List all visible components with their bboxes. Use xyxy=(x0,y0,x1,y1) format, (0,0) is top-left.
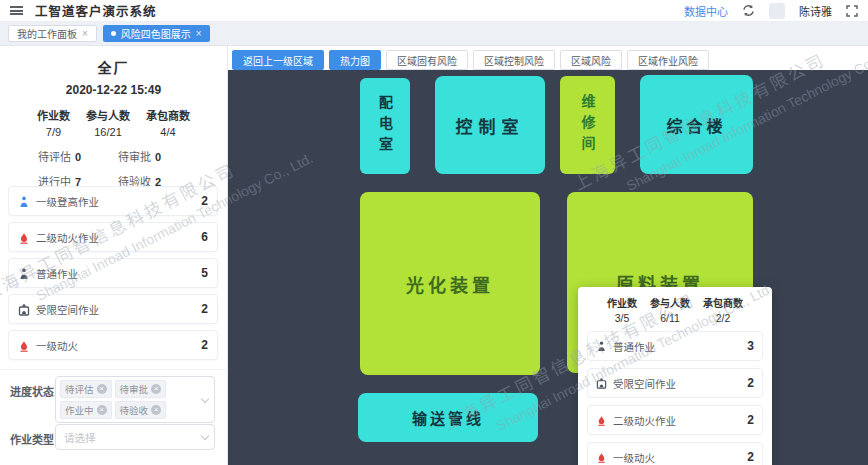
avatar[interactable] xyxy=(769,3,785,19)
chevron-down-icon xyxy=(201,394,209,402)
status-label: 待评估 xyxy=(38,151,71,163)
confined-space-icon xyxy=(18,300,30,318)
work-count: 3 xyxy=(747,339,754,353)
tab-area-work-risk[interactable]: 区域作业风险 xyxy=(627,50,709,70)
flame-icon xyxy=(596,448,607,465)
work-label: 受限空间作业 xyxy=(36,302,99,317)
list-item[interactable]: 受限空间作业 2 xyxy=(8,294,218,324)
work-label: 一级登高作业 xyxy=(36,194,99,209)
stat-label: 承包商数 xyxy=(146,107,190,123)
map-block-power-room[interactable]: 配电室 xyxy=(360,78,410,174)
active-dot-icon xyxy=(111,31,116,36)
work-count: 2 xyxy=(747,376,754,390)
list-item[interactable]: 普通作业 5 xyxy=(8,258,218,288)
popup-list-item: 受限空间作业 2 xyxy=(587,368,763,398)
tag-label: 待审批 xyxy=(120,382,149,396)
tab-inherent-risk[interactable]: 区域固有风险 xyxy=(386,50,468,70)
tab-risk-map[interactable]: 风险四色图展示 × xyxy=(103,25,210,42)
map-block-office-building[interactable]: 综合楼 xyxy=(640,75,753,174)
back-to-parent-area-button[interactable]: 返回上一级区域 xyxy=(232,50,324,70)
filter-tag: 待评估× xyxy=(60,380,112,398)
stat-label: 参与人数 xyxy=(86,107,130,123)
filter-tag: 待验收× xyxy=(115,401,167,419)
work-count: 2 xyxy=(201,194,208,208)
work-label: 二级动火作业 xyxy=(613,413,676,428)
datetime: 2020-12-22 15:49 xyxy=(0,83,227,97)
select-placeholder: 请选择 xyxy=(64,430,96,445)
popup-list-item: 二级动火作业 2 xyxy=(587,405,763,435)
remove-tag-icon[interactable]: × xyxy=(97,405,107,415)
sync-icon[interactable] xyxy=(742,4,755,17)
flame-icon xyxy=(596,411,607,429)
stat-value: 6/11 xyxy=(650,312,690,324)
fullscreen-icon[interactable] xyxy=(846,5,858,17)
app-title: 工智道客户演示系统 xyxy=(35,1,157,20)
tab-control-risk[interactable]: 区域控制风险 xyxy=(473,50,555,70)
flame-icon xyxy=(18,228,30,246)
plant-title: 全厂 xyxy=(0,57,227,77)
stat-label: 作业数 xyxy=(37,107,70,123)
type-filter-label: 作业类型 xyxy=(10,431,54,447)
stat-value: 4/4 xyxy=(146,126,190,138)
work-count: 2 xyxy=(201,302,208,316)
menu-icon[interactable] xyxy=(10,6,23,15)
stat-label: 承包商数 xyxy=(703,295,743,310)
work-label: 一级动火 xyxy=(613,450,655,465)
popup-stats: 作业数3/5 参与人数6/11 承包商数2/2 xyxy=(587,295,763,324)
remove-tag-icon[interactable]: × xyxy=(151,384,161,394)
remove-tag-icon[interactable]: × xyxy=(97,384,107,394)
popup-list-item: 一级动火 2 xyxy=(587,442,763,465)
close-icon[interactable]: × xyxy=(196,29,202,39)
work-count: 6 xyxy=(201,230,208,244)
stat-label: 参与人数 xyxy=(650,295,690,310)
area-detail-popup: 作业数3/5 参与人数6/11 承包商数2/2 普通作业 3 受限空间作业 2 … xyxy=(578,287,772,465)
confined-space-icon xyxy=(596,374,607,392)
person-icon xyxy=(18,264,30,282)
progress-status-multiselect[interactable]: 待评估× 待审批× 作业中× 待验收× xyxy=(55,376,215,423)
filter-tag: 作业中× xyxy=(60,401,112,419)
work-count: 5 xyxy=(201,266,208,280)
status-value: 0 xyxy=(75,151,81,163)
list-item[interactable]: 一级动火 2 xyxy=(8,330,218,360)
risk-heatmap: 配电室 控制室 维修间 综合楼 光化装置 原料装置 输送管线 作业数3/5 参与… xyxy=(228,70,868,465)
close-icon[interactable]: × xyxy=(82,29,88,39)
remove-tag-icon[interactable]: × xyxy=(151,405,161,415)
work-count: 2 xyxy=(201,338,208,352)
tab-area-risk[interactable]: 区域风险 xyxy=(560,50,622,70)
map-block-maintenance-room[interactable]: 维修间 xyxy=(560,76,615,174)
app-window: 工智道客户演示系统 数据中心 陈诗雅 我的工作面板 × 风险四色图展示 × 全厂… xyxy=(0,0,868,465)
work-type-list: 一级登高作业 2 二级动火作业 6 普通作业 5 受限空间作业 2 一级动火 xyxy=(8,186,218,366)
progress-filter-label: 进度状态 xyxy=(10,383,54,399)
tab-label: 我的工作面板 xyxy=(17,26,77,41)
map-block-photochemical-unit[interactable]: 光化装置 xyxy=(360,192,540,375)
filter-tag: 待审批× xyxy=(115,380,167,398)
work-count: 2 xyxy=(747,413,754,427)
map-view-tabs: 返回上一级区域 热力图 区域固有风险 区域控制风险 区域风险 区域作业风险 xyxy=(232,50,709,70)
sidebar: 全厂 2020-12-22 15:49 作业数7/9 参与人数16/21 承包商… xyxy=(0,46,228,465)
map-block-control-room[interactable]: 控制室 xyxy=(435,76,545,174)
climb-work-icon xyxy=(18,192,30,210)
map-block-transfer-pipeline[interactable]: 输送管线 xyxy=(358,393,538,442)
tab-my-workboard[interactable]: 我的工作面板 × xyxy=(8,25,97,42)
list-item[interactable]: 二级动火作业 6 xyxy=(8,222,218,252)
status-counts: 待评估0 待审批0 进行中7 待验收2 xyxy=(38,148,198,189)
work-label: 一级动火 xyxy=(36,338,78,353)
person-icon xyxy=(596,337,607,355)
work-label: 二级动火作业 xyxy=(36,230,99,245)
status-label: 待审批 xyxy=(118,151,151,163)
summary-stats: 作业数7/9 参与人数16/21 承包商数4/4 xyxy=(0,107,227,138)
status-value: 0 xyxy=(155,151,161,163)
tab-label: 风险四色图展示 xyxy=(121,26,191,41)
stat-value: 7/9 xyxy=(37,126,70,138)
tag-label: 待验收 xyxy=(120,403,149,417)
stat-value: 3/5 xyxy=(607,312,637,324)
popup-list-item: 普通作业 3 xyxy=(587,331,763,361)
top-header: 工智道客户演示系统 数据中心 陈诗雅 xyxy=(0,0,868,22)
username[interactable]: 陈诗雅 xyxy=(799,3,832,19)
tab-heatmap[interactable]: 热力图 xyxy=(329,50,381,70)
stat-value: 16/21 xyxy=(86,126,130,138)
data-center-link[interactable]: 数据中心 xyxy=(684,3,728,19)
work-type-select[interactable]: 请选择 xyxy=(55,424,215,450)
work-label: 普通作业 xyxy=(613,339,655,354)
list-item[interactable]: 一级登高作业 2 xyxy=(8,186,218,216)
